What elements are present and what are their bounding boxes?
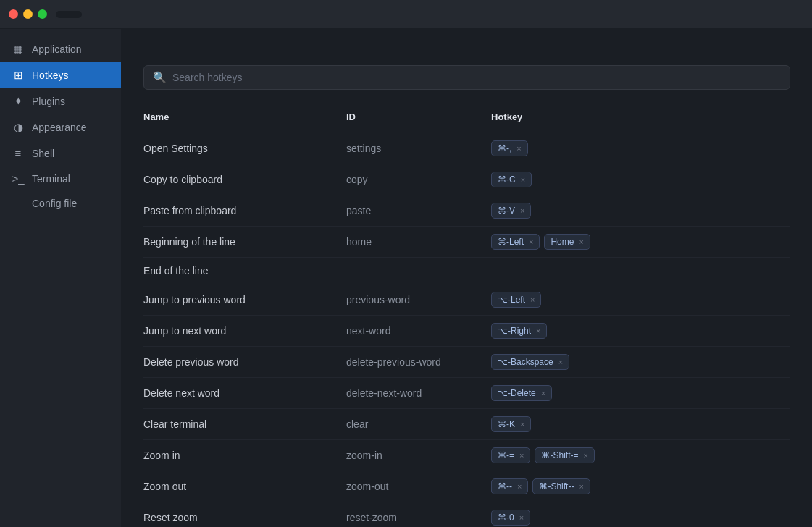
hotkey-tags: ⌘-Left×Home× — [491, 234, 790, 250]
hotkey-label: ⌘-Left — [498, 237, 524, 247]
hotkey-id: paste — [346, 205, 491, 216]
maximize-button[interactable] — [38, 9, 47, 19]
hotkey-id: reset-zoom — [346, 512, 491, 523]
hotkey-label: ⌘-0 — [498, 513, 514, 523]
hotkey-name: Clear terminal — [143, 418, 346, 430]
hotkey-label: ⌥-Backspace — [498, 357, 553, 367]
remove-hotkey-button[interactable]: × — [579, 237, 583, 246]
sidebar-item-appearance[interactable]: ◑ Appearance — [0, 114, 121, 140]
hotkey-name: Beginning of the line — [143, 236, 346, 248]
sidebar-item-label: Plugins — [32, 96, 65, 107]
column-header-id: ID — [346, 111, 491, 122]
sidebar-item-config-file[interactable]: Config file — [0, 191, 121, 216]
sidebar-item-shell[interactable]: ≡ Shell — [0, 140, 121, 166]
remove-hotkey-button[interactable]: × — [519, 451, 524, 460]
remove-hotkey-button[interactable]: × — [520, 420, 524, 429]
hotkey-tag: ⌘-Shift-=× — [535, 447, 594, 463]
hotkey-label: ⌘-, — [498, 143, 511, 153]
hotkey-label: Home — [551, 237, 574, 247]
sidebar-item-application[interactable]: ▦ Application — [0, 36, 121, 62]
remove-hotkey-button[interactable]: × — [516, 144, 521, 153]
close-button[interactable] — [9, 9, 18, 19]
table-row: Paste from clipboardpaste⌘-V× — [143, 195, 790, 227]
content-area: 🔍 NameIDHotkey Open Settingssettings⌘-,×… — [122, 29, 812, 527]
hotkey-name: Copy to clipboard — [143, 174, 346, 185]
remove-hotkey-button[interactable]: × — [536, 326, 540, 335]
sidebar-item-terminal[interactable]: >_ Terminal — [0, 166, 121, 191]
hotkey-tags: ⌘-K× — [491, 416, 790, 432]
main-layout: ▦ Application ⊞ Hotkeys ✦ Plugins ◑ Appe… — [0, 29, 812, 527]
hotkey-label: ⌘-= — [498, 450, 514, 460]
hotkey-id: settings — [346, 143, 491, 154]
sidebar-item-label: Shell — [32, 148, 54, 159]
sidebar: ▦ Application ⊞ Hotkeys ✦ Plugins ◑ Appe… — [0, 29, 122, 527]
hotkey-label: ⌘-C — [498, 174, 516, 185]
hotkey-id: clear — [346, 418, 491, 430]
hotkey-id: zoom-out — [346, 481, 491, 492]
sidebar-item-label: Appearance — [32, 122, 87, 133]
sidebar-item-hotkeys[interactable]: ⊞ Hotkeys — [0, 62, 121, 88]
table-row: Delete next worddelete-next-word⌥-Delete… — [143, 378, 790, 409]
remove-hotkey-button[interactable]: × — [558, 358, 563, 366]
minimize-button[interactable] — [23, 9, 33, 19]
remove-hotkey-button[interactable]: × — [520, 206, 524, 215]
hotkey-id: copy — [346, 174, 491, 185]
remove-hotkey-button[interactable]: × — [541, 389, 545, 397]
hotkey-tag: ⌘-=× — [491, 447, 530, 463]
hotkey-tags: ⌥-Backspace× — [491, 354, 790, 370]
hotkey-id: zoom-in — [346, 450, 491, 461]
sidebar-item-label: Config file — [32, 198, 77, 209]
table-row: Zoom outzoom-out⌘--×⌘-Shift--× — [143, 471, 790, 502]
hotkey-id: next-word — [346, 325, 491, 337]
remove-hotkey-button[interactable]: × — [583, 451, 587, 460]
hotkey-tag: ⌘-Shift--× — [532, 478, 590, 494]
table-row: Zoom inzoom-in⌘-=×⌘-Shift-=× — [143, 440, 790, 471]
remove-hotkey-button[interactable]: × — [517, 482, 522, 491]
table-body: Open Settingssettings⌘-,×Copy to clipboa… — [143, 133, 790, 527]
hotkey-name: Zoom out — [143, 481, 346, 492]
hotkey-tags: ⌘-=×⌘-Shift-=× — [491, 447, 790, 463]
remove-hotkey-button[interactable]: × — [521, 175, 525, 184]
hotkey-tag: ⌘-C× — [491, 172, 532, 187]
hotkey-id: delete-next-word — [346, 387, 491, 399]
table-header: NameIDHotkey — [143, 107, 790, 130]
hotkey-label: ⌥-Delete — [498, 388, 536, 398]
hotkey-label: ⌘-- — [498, 481, 512, 492]
hotkey-tag: ⌥-Backspace× — [491, 354, 569, 370]
hotkey-tag: ⌥-Right× — [491, 323, 547, 339]
hotkey-id: delete-previous-word — [346, 356, 491, 368]
remove-hotkey-button[interactable]: × — [579, 482, 583, 491]
search-input[interactable] — [172, 72, 781, 83]
hotkey-name: End of the line — [143, 265, 346, 277]
hotkey-tags: ⌥-Left× — [491, 292, 790, 308]
remove-hotkey-button[interactable]: × — [530, 295, 535, 304]
hotkey-tag: ⌘-K× — [491, 416, 531, 432]
hotkey-tag: ⌘-V× — [491, 203, 531, 219]
hotkey-tags: ⌘-0× — [491, 510, 790, 526]
hotkey-id: previous-word — [346, 294, 491, 305]
hotkey-label: ⌘-V — [498, 206, 515, 216]
hotkeys-icon: ⊞ — [12, 69, 25, 82]
hotkey-tag: Home× — [544, 234, 590, 250]
remove-hotkey-button[interactable]: × — [519, 513, 524, 522]
remove-hotkey-button[interactable]: × — [529, 237, 533, 246]
settings-tab[interactable] — [56, 11, 82, 18]
sidebar-item-label: Application — [32, 43, 82, 55]
traffic-lights — [9, 9, 47, 19]
table-row: Reset zoomreset-zoom⌘-0× — [143, 502, 790, 527]
table-row: Jump to next wordnext-word⌥-Right× — [143, 316, 790, 347]
hotkey-name: Zoom in — [143, 450, 346, 461]
hotkey-name: Open Settings — [143, 143, 346, 154]
column-header-name: Name — [143, 111, 346, 122]
plugins-icon: ✦ — [12, 95, 25, 108]
hotkey-tag: ⌘-0× — [491, 510, 530, 526]
column-header-hotkey: Hotkey — [491, 111, 790, 122]
hotkey-tags: ⌘-V× — [491, 203, 790, 219]
shell-icon: ≡ — [12, 147, 25, 159]
sidebar-item-plugins[interactable]: ✦ Plugins — [0, 88, 121, 114]
hotkey-tag: ⌘-,× — [491, 140, 528, 156]
hotkey-tag: ⌘-Left× — [491, 234, 540, 250]
table-row: Delete previous worddelete-previous-word… — [143, 347, 790, 378]
table-row: Copy to clipboardcopy⌘-C× — [143, 164, 790, 195]
hotkey-name: Delete previous word — [143, 356, 346, 368]
